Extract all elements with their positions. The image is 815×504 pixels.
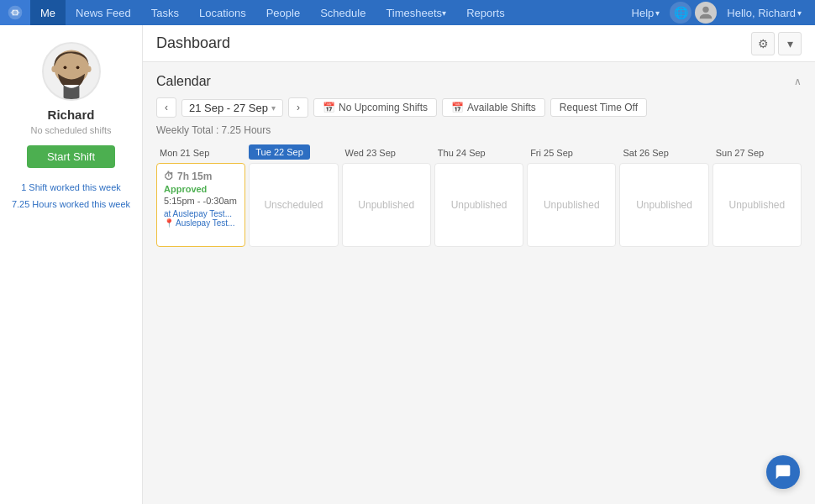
day-col-sat: Sat 26 Sep Unpublished (619, 143, 708, 247)
calendar-title-text: Calendar (156, 74, 211, 89)
nav-right: Help ▾ 🌐 Hello, Richard ▾ (625, 0, 815, 25)
calendar-controls: ‹ 21 Sep - 27 Sep ▾ › 📅 No Upcoming Shif… (156, 97, 802, 118)
day-col-tue: Tue 22 Sep Unscheduled (249, 143, 338, 247)
nav-items: Me News Feed Tasks Locations People Sche… (30, 0, 625, 25)
nav-item-schedule[interactable]: Schedule (310, 0, 376, 25)
calendar-icon: 📅 (323, 102, 335, 113)
start-shift-button[interactable]: Start Shift (27, 145, 115, 168)
weekly-total: Weekly Total : 7.25 Hours (156, 124, 802, 136)
day-label-sun: Sun 27 Sep (712, 144, 768, 160)
day-label-fri: Fri 25 Sep (527, 144, 576, 160)
day-col-wed: Wed 23 Sep Unpublished (342, 143, 431, 247)
day-cell-fri[interactable]: Unpublished (527, 163, 616, 247)
hello-label[interactable]: Hello, Richard ▾ (720, 0, 808, 25)
day-cell-wed[interactable]: Unpublished (342, 163, 431, 247)
top-nav: Me News Feed Tasks Locations People Sche… (0, 0, 815, 25)
main-content: Dashboard ⚙ ▾ Calendar ∧ ‹ 21 Sep - 27 S… (143, 25, 815, 504)
shift-duration: ⏱ 7h 15m (164, 171, 237, 182)
nav-item-locations[interactable]: Locations (189, 0, 256, 25)
next-week-button[interactable]: › (288, 97, 308, 118)
svg-point-7 (86, 66, 91, 72)
date-range-caret-icon: ▾ (271, 103, 276, 113)
day-cell-tue[interactable]: Unscheduled (249, 163, 338, 247)
chat-bubble-button[interactable] (766, 455, 800, 489)
shift-hours: 5:15pm - -0:30am (164, 196, 237, 206)
nav-item-newsfeed[interactable]: News Feed (66, 0, 141, 25)
dashboard-header: Dashboard ⚙ ▾ (143, 25, 815, 62)
page-title: Dashboard (156, 34, 230, 52)
sidebar-name: Richard (48, 108, 95, 122)
day-cell-mon[interactable]: ⏱ 7h 15m Approved 5:15pm - -0:30am at Au… (156, 163, 245, 247)
calendar-grid: Mon 21 Sep ⏱ 7h 15m Approved 5:15pm - -0… (156, 143, 802, 247)
day-label-tue: Tue 22 Sep (249, 144, 309, 160)
nav-item-me[interactable]: Me (30, 0, 66, 25)
day-col-thu: Thu 24 Sep Unpublished (434, 143, 523, 247)
nav-item-tasks[interactable]: Tasks (141, 0, 189, 25)
prev-week-button[interactable]: ‹ (156, 97, 176, 118)
shift-location-at: at Auslepay Test... (164, 209, 237, 218)
svg-point-5 (76, 66, 79, 69)
header-actions: ⚙ ▾ (751, 32, 802, 55)
user-menu-arrow-icon: ▾ (797, 8, 802, 18)
shift-location[interactable]: 📍 Auslepay Test... (164, 218, 237, 228)
hours-worked-stat: 7.25 Hours worked this week (12, 197, 130, 213)
avatar (42, 42, 101, 101)
svg-point-2 (703, 7, 709, 13)
nav-item-timesheets[interactable]: Timesheets (376, 0, 456, 25)
logo[interactable] (0, 0, 30, 25)
day-cell-thu[interactable]: Unpublished (434, 163, 523, 247)
calendar-header: Calendar ∧ (156, 74, 802, 89)
shifts-worked-stat: 1 Shift worked this week (12, 180, 130, 197)
nav-item-reports[interactable]: Reports (456, 0, 515, 25)
day-label-thu: Thu 24 Sep (434, 144, 489, 160)
calendar-section: Calendar ∧ ‹ 21 Sep - 27 Sep ▾ › 📅 No Up… (143, 62, 815, 259)
main-layout: Richard No scheduled shifts Start Shift … (0, 25, 815, 504)
sidebar-subtitle: No scheduled shifts (31, 125, 112, 135)
day-label-sat: Sat 26 Sep (619, 144, 671, 160)
available-shifts-button[interactable]: 📅 Available Shifts (442, 98, 545, 117)
clock-icon: ⏱ (164, 171, 174, 182)
day-cell-sat[interactable]: Unpublished (619, 163, 708, 247)
day-col-sun: Sun 27 Sep Unpublished (712, 143, 802, 247)
collapse-button[interactable]: ▾ (778, 32, 802, 55)
available-calendar-icon: 📅 (451, 102, 464, 113)
nav-item-people[interactable]: People (256, 0, 310, 25)
day-col-mon: Mon 21 Sep ⏱ 7h 15m Approved 5:15pm - -0… (156, 143, 245, 247)
day-label-wed: Wed 23 Sep (342, 144, 399, 160)
shift-status: Approved (164, 184, 237, 194)
day-label-mon: Mon 21 Sep (156, 144, 213, 160)
help-button[interactable]: Help ▾ (625, 0, 667, 25)
avatar-button[interactable] (695, 2, 717, 24)
pin-icon: 📍 (164, 218, 174, 228)
calendar-collapse-icon[interactable]: ∧ (794, 76, 802, 87)
no-upcoming-shifts-button[interactable]: 📅 No Upcoming Shifts (313, 98, 437, 117)
refresh-button[interactable]: ⚙ (751, 32, 775, 55)
day-cell-sun[interactable]: Unpublished (712, 163, 802, 247)
sidebar-stats: 1 Shift worked this week 7.25 Hours work… (12, 180, 130, 213)
request-time-off-button[interactable]: Request Time Off (550, 98, 647, 117)
svg-point-4 (63, 66, 66, 69)
svg-point-6 (51, 66, 56, 72)
day-col-fri: Fri 25 Sep Unpublished (527, 143, 616, 247)
sidebar: Richard No scheduled shifts Start Shift … (0, 25, 143, 504)
globe-button[interactable]: 🌐 (670, 2, 691, 24)
date-range-selector[interactable]: 21 Sep - 27 Sep ▾ (181, 99, 283, 117)
help-arrow-icon: ▾ (655, 8, 660, 18)
